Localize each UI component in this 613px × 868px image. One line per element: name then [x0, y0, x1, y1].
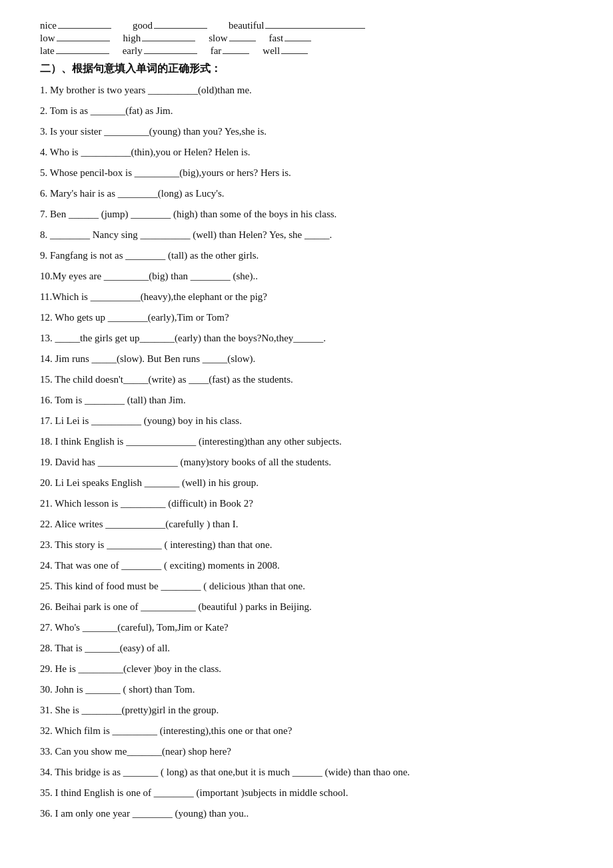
exercise-item-27: 27. Who's _______(careful), Tom,Jim or K… — [40, 617, 573, 637]
exercise-item-21: 21. Which lesson is _________ (difficult… — [40, 493, 573, 513]
exercise-item-13: 13. _____the girls get up_______(early) … — [40, 328, 573, 348]
exercise-item-12: 12. Who gets up ________(early),Tim or T… — [40, 307, 573, 327]
exercise-item-35: 35. I thind English is one of ________ (… — [40, 783, 573, 803]
word-grid-row1: nice good beautiful — [40, 20, 573, 31]
exercise-item-7: 7. Ben ______ (jump) ________ (high) tha… — [40, 204, 573, 224]
word-grid-row3: late early far well — [40, 45, 573, 57]
word-far: far — [211, 45, 251, 57]
section-title: 二）、根据句意填入单词的正确形式： — [40, 62, 573, 76]
word-good: good — [133, 20, 209, 31]
exercise-item-24: 24. That was one of ________ ( exciting)… — [40, 555, 573, 575]
exercise-item-33: 33. Can you show me_______(near) shop he… — [40, 741, 573, 761]
exercise-item-22: 22. Alice writes ____________(carefully … — [40, 514, 573, 534]
exercise-item-14: 14. Jim runs _____(slow). But Ben runs _… — [40, 349, 573, 369]
exercise-item-8: 8. ________ Nancy sing __________ (well)… — [40, 225, 573, 245]
exercise-item-11: 11.Which is __________(heavy),the elepha… — [40, 287, 573, 307]
exercise-item-34: 34. This bridge is as _______ ( long) as… — [40, 762, 573, 782]
word-grid-row2: low high slow fast — [40, 33, 573, 44]
exercise-item-25: 25. This kind of food must be ________ (… — [40, 576, 573, 596]
exercise-item-23: 23. This story is ___________ ( interest… — [40, 535, 573, 555]
exercise-list: 1. My brother is two years __________(ol… — [40, 80, 573, 823]
exercise-item-1: 1. My brother is two years __________(ol… — [40, 80, 573, 100]
exercise-item-29: 29. He is _________(clever )boy in the c… — [40, 659, 573, 679]
exercise-item-5: 5. Whose pencil-box is _________(big),yo… — [40, 163, 573, 183]
exercise-item-32: 32. Which film is _________ (interesting… — [40, 721, 573, 741]
word-slow: slow — [209, 33, 257, 44]
exercise-item-26: 26. Beihai park is one of ___________ (b… — [40, 597, 573, 617]
exercise-item-28: 28. That is _______(easy) of all. — [40, 638, 573, 658]
exercise-item-18: 18. I think English is ______________ (i… — [40, 431, 573, 451]
exercise-item-2: 2. Tom is as _______(fat) as Jim. — [40, 101, 573, 121]
word-late: late — [40, 45, 111, 57]
word-low: low — [40, 33, 111, 44]
word-early: early — [123, 45, 199, 57]
word-beautiful: beautiful — [229, 20, 366, 31]
exercise-item-30: 30. John is _______ ( short) than Tom. — [40, 679, 573, 699]
exercise-item-3: 3. Is your sister _________(young) than … — [40, 121, 573, 141]
exercise-item-9: 9. Fangfang is not as ________ (tall) as… — [40, 245, 573, 265]
word-fast: fast — [269, 33, 313, 44]
exercise-item-20: 20. Li Lei speaks English _______ (well)… — [40, 473, 573, 493]
exercise-item-36: 36. I am only one year ________ (young) … — [40, 803, 573, 823]
word-nice: nice — [40, 20, 113, 31]
exercise-item-4: 4. Who is __________(thin),you or Helen?… — [40, 142, 573, 162]
exercise-item-17: 17. Li Lei is __________ (young) boy in … — [40, 411, 573, 431]
exercise-item-19: 19. David has ________________ (many)sto… — [40, 452, 573, 472]
word-well: well — [263, 45, 309, 57]
exercise-item-10: 10.My eyes are _________(big) than _____… — [40, 266, 573, 286]
word-high: high — [123, 33, 197, 44]
exercise-item-16: 16. Tom is ________ (tall) than Jim. — [40, 390, 573, 410]
exercise-item-15: 15. The child doesn't_____(write) as ___… — [40, 369, 573, 389]
exercise-item-31: 31. She is ________(pretty)girl in the g… — [40, 700, 573, 720]
exercise-item-6: 6. Mary's hair is as ________(long) as L… — [40, 183, 573, 203]
